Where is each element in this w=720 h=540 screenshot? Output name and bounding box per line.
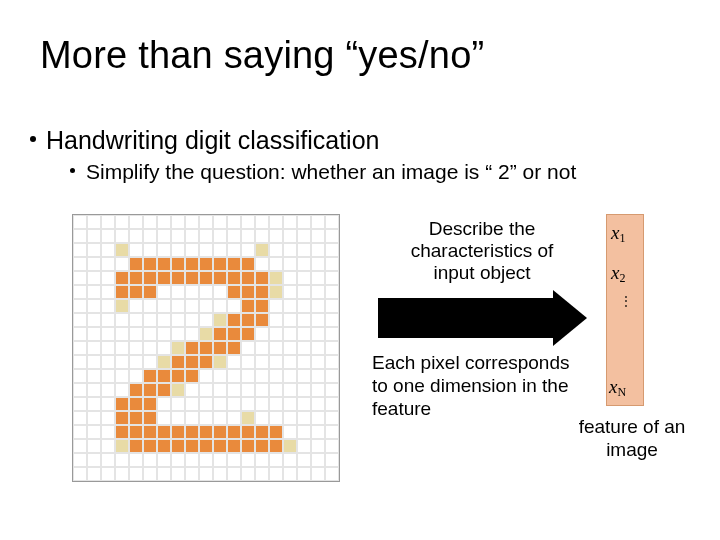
pixel-cell — [297, 299, 311, 313]
pixel-cell — [283, 453, 297, 467]
bullet-level-2: Simplify the question: whether an image … — [86, 160, 576, 184]
pixel-cell — [325, 369, 339, 383]
pixel-cell — [311, 341, 325, 355]
pixel-dimension-caption: Each pixel corresponds to one dimension … — [372, 352, 582, 420]
pixel-cell — [115, 383, 129, 397]
pixel-cell — [213, 411, 227, 425]
pixel-cell — [283, 369, 297, 383]
pixel-cell — [325, 229, 339, 243]
pixel-cell — [185, 453, 199, 467]
pixel-cell — [143, 229, 157, 243]
pixel-cell — [129, 299, 143, 313]
pixel-cell — [199, 369, 213, 383]
pixel-cell — [143, 383, 157, 397]
pixel-cell — [143, 215, 157, 229]
pixel-cell — [283, 243, 297, 257]
pixel-cell — [199, 355, 213, 369]
pixel-cell — [325, 215, 339, 229]
pixel-cell — [157, 271, 171, 285]
pixel-cell — [171, 229, 185, 243]
pixel-cell — [185, 439, 199, 453]
pixel-cell — [157, 369, 171, 383]
pixel-cell — [325, 453, 339, 467]
pixel-cell — [157, 215, 171, 229]
pixel-cell — [213, 285, 227, 299]
pixel-cell — [73, 397, 87, 411]
pixel-cell — [129, 313, 143, 327]
pixel-cell — [157, 467, 171, 481]
pixel-cell — [283, 425, 297, 439]
pixel-cell — [269, 355, 283, 369]
pixel-cell — [185, 327, 199, 341]
pixel-cell — [255, 271, 269, 285]
pixel-cell — [297, 453, 311, 467]
pixel-cell — [101, 299, 115, 313]
pixel-cell — [283, 215, 297, 229]
pixel-cell — [73, 229, 87, 243]
pixel-cell — [115, 467, 129, 481]
pixel-cell — [171, 243, 185, 257]
pixel-cell — [73, 299, 87, 313]
pixel-cell — [213, 257, 227, 271]
pixel-cell — [143, 411, 157, 425]
pixel-cell — [283, 467, 297, 481]
pixel-cell — [311, 327, 325, 341]
pixel-cell — [227, 341, 241, 355]
pixel-cell — [199, 439, 213, 453]
pixel-cell — [283, 383, 297, 397]
pixel-cell — [199, 453, 213, 467]
pixel-cell — [171, 369, 185, 383]
pixel-cell — [213, 425, 227, 439]
pixel-cell — [171, 411, 185, 425]
pixel-cell — [101, 341, 115, 355]
pixel-cell — [185, 341, 199, 355]
pixel-cell — [129, 327, 143, 341]
pixel-cell — [115, 411, 129, 425]
bullet-level-1-text: Handwriting digit classification — [46, 126, 379, 154]
pixel-cell — [241, 215, 255, 229]
pixel-cell — [227, 453, 241, 467]
pixel-cell — [129, 243, 143, 257]
pixel-cell — [143, 271, 157, 285]
pixel-cell — [199, 397, 213, 411]
pixel-cell — [227, 313, 241, 327]
pixel-cell — [255, 467, 269, 481]
pixel-cell — [213, 467, 227, 481]
slide: More than saying “yes/no” Handwriting di… — [0, 0, 720, 540]
pixel-cell — [297, 243, 311, 257]
pixel-cell — [311, 425, 325, 439]
bullet-level-2-text: Simplify the question: whether an image … — [86, 160, 576, 183]
pixel-cell — [129, 229, 143, 243]
pixel-cell — [227, 271, 241, 285]
pixel-cell — [241, 285, 255, 299]
pixel-cell — [297, 439, 311, 453]
pixel-cell — [143, 313, 157, 327]
pixel-cell — [87, 453, 101, 467]
pixel-cell — [185, 467, 199, 481]
pixel-cell — [297, 425, 311, 439]
pixel-cell — [199, 313, 213, 327]
pixel-cell — [311, 271, 325, 285]
pixel-cell — [311, 397, 325, 411]
pixel-cell — [213, 327, 227, 341]
pixel-cell — [227, 355, 241, 369]
pixel-cell — [101, 257, 115, 271]
pixel-cell — [227, 327, 241, 341]
pixel-cell — [255, 397, 269, 411]
pixel-cell — [73, 439, 87, 453]
pixel-cell — [255, 313, 269, 327]
pixel-cell — [157, 257, 171, 271]
pixel-cell — [143, 467, 157, 481]
pixel-cell — [241, 271, 255, 285]
pixel-cell — [185, 397, 199, 411]
pixel-cell — [129, 425, 143, 439]
pixel-cell — [115, 327, 129, 341]
pixel-cell — [73, 425, 87, 439]
pixel-cell — [101, 327, 115, 341]
pixel-cell — [87, 229, 101, 243]
pixel-cell — [227, 257, 241, 271]
pixel-cell — [157, 327, 171, 341]
feature-ellipsis-icon: ⋮ — [620, 300, 630, 303]
pixel-cell — [269, 243, 283, 257]
pixel-cell — [87, 369, 101, 383]
